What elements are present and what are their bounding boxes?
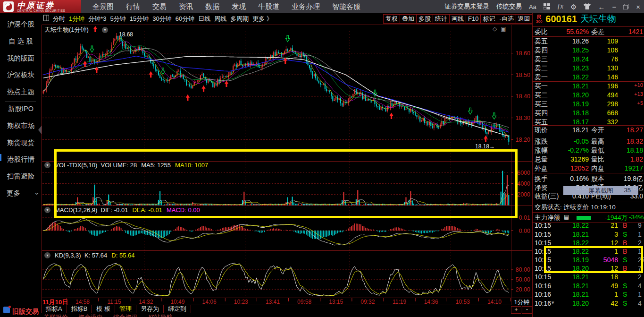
menu-item-资讯[interactable]: 资讯 xyxy=(179,2,193,11)
clipped-link-综合资讯[interactable]: 综合资讯 xyxy=(113,313,138,317)
menu-item-业务办理[interactable]: 业务办理 xyxy=(292,2,320,11)
period-60分钟[interactable]: 60分钟 xyxy=(176,15,194,23)
svg-text:6000: 6000 xyxy=(517,170,530,176)
collapse-pane-icon[interactable]: ▾ xyxy=(44,162,50,168)
bid-row: 买三18.19298+5 xyxy=(535,100,644,109)
zoom-in-button[interactable]: + xyxy=(511,306,521,314)
stat-label: 现价 xyxy=(535,126,548,135)
tick-volume: 3 xyxy=(591,231,618,238)
expand-pane-icon[interactable]: ▣ xyxy=(501,26,506,32)
period-分时[interactable]: 分时 xyxy=(53,15,65,23)
stat-row: 涨跌-0.05最高18.32 xyxy=(535,137,644,146)
menu-item-牛股道[interactable]: 牛股道 xyxy=(258,2,279,11)
clipped-link-好站导航[interactable]: 好站导航 xyxy=(148,313,173,317)
collapse-pane-icon[interactable]: ▾ xyxy=(44,207,50,213)
split-view-icon[interactable] xyxy=(43,15,49,23)
stat-value: 18.21 xyxy=(552,126,589,134)
period-15分钟[interactable]: 15分钟 xyxy=(130,15,149,23)
bid-change: +13 xyxy=(622,91,643,97)
sidebar-item-更多[interactable]: 更多⌄ xyxy=(0,188,42,198)
tick-clipped-col: 2 xyxy=(638,239,642,247)
menu-item-交易[interactable]: 交易 xyxy=(152,2,167,11)
panel-divider xyxy=(532,173,644,173)
sidebar-item-港股行情[interactable]: 港股行情 xyxy=(0,154,42,164)
sidebar-collapse-icon[interactable] xyxy=(38,126,42,134)
clipped-link-资金流向[interactable]: 资金流向 xyxy=(78,313,103,317)
tab-模板[interactable]: 模 板 xyxy=(92,305,115,313)
period-多周期[interactable]: 多周期 xyxy=(230,15,249,23)
panel-divider xyxy=(532,125,644,126)
tab-绑定到[interactable]: 绑定到 xyxy=(163,305,191,313)
tab-指标A[interactable]: 指标A xyxy=(41,305,67,313)
tool-button-叠加[interactable]: 叠加 xyxy=(400,14,417,24)
period-toolbar: 分时1分钟分钟*35分钟15分钟30分钟60分钟日线周线多周期更多 》 xyxy=(43,13,273,25)
stock-title: R300 600161 天坛生物 xyxy=(536,14,616,24)
period-周线[interactable]: 周线 xyxy=(214,15,226,23)
menu-item-全景图[interactable]: 全景图 xyxy=(92,2,114,11)
weibi-row: 委比 55.62% 委差 1421 xyxy=(535,28,644,37)
period-更多 》[interactable]: 更多 》 xyxy=(252,15,273,23)
tick-row: 10:1618.211S1 xyxy=(535,291,644,300)
collapse-pane-icon[interactable]: ▾ xyxy=(102,27,108,33)
sidebar-item-期权市场[interactable]: 期权市场 xyxy=(0,120,42,131)
bid-price: 18.17 xyxy=(556,118,589,126)
tool-button-标记[interactable]: 标记 xyxy=(480,14,497,24)
sidebar-item-扫雷避险[interactable]: 扫雷避险 xyxy=(0,171,42,181)
ask-row: 卖四18.25106 xyxy=(535,46,644,55)
panel-border xyxy=(532,13,533,317)
tool-button-画线[interactable]: 画线 xyxy=(449,14,466,24)
tick-time: 10:16 xyxy=(535,300,551,307)
brand-name-en: CENTRAL CHINA SECURITIES xyxy=(17,9,65,12)
svg-text:18.30: 18.30 xyxy=(516,115,530,121)
tick-time: 10:15 xyxy=(535,231,551,238)
legacy-trade-link[interactable]: 旧版交易 xyxy=(12,308,39,316)
sidebar-item-我的版面[interactable]: 我的版面 xyxy=(0,53,42,63)
period-分钟*3[interactable]: 分钟*3 xyxy=(88,15,106,23)
tool-button-返回[interactable]: 返回 xyxy=(516,14,533,24)
collapse-pane-icon[interactable]: ▾ xyxy=(44,252,50,258)
login-status[interactable]: 证券交易未登录 xyxy=(444,2,489,11)
tool-button-统计[interactable]: 统计 xyxy=(433,14,450,24)
zoom-out-button[interactable]: - xyxy=(522,306,532,314)
sidebar-item-期货现货[interactable]: 期货现货 xyxy=(0,137,42,148)
period-30分钟[interactable]: 30分钟 xyxy=(152,15,171,23)
sidebar-item-热点主题[interactable]: 热点主题 xyxy=(0,86,42,97)
tab-指标B[interactable]: 指标B xyxy=(67,305,92,313)
tool-button-复权[interactable]: 复权 xyxy=(383,14,400,24)
bid-price: 18.19 xyxy=(556,100,589,108)
traditional-trade-button[interactable]: 传统交易 xyxy=(496,2,522,11)
menu-item-发现[interactable]: 发现 xyxy=(232,2,246,11)
ask-price: 18.22 xyxy=(556,73,589,81)
tool-button-F10[interactable]: F10 xyxy=(466,14,481,24)
period-1分钟[interactable]: 1分钟 xyxy=(69,15,84,23)
peak-price-label: 18.68 xyxy=(119,31,133,38)
clipped-link-关联报价[interactable]: 关联报价 xyxy=(43,313,68,317)
list-icon[interactable]: ▤ xyxy=(564,214,569,220)
stat-value: 18.27 xyxy=(601,126,643,134)
bid-change: +5 xyxy=(622,100,643,106)
ask-row: 卖三18.2476 xyxy=(535,55,644,64)
screenshot-tooltip: 屏幕截图 35 xyxy=(563,186,638,195)
tool-button-多股[interactable]: 多股 xyxy=(416,14,433,24)
tab-管理[interactable]: 管理 xyxy=(115,305,136,313)
menu-item-数据[interactable]: 数据 xyxy=(205,2,219,11)
stat-value: 19.8亿 xyxy=(601,175,643,183)
ask-volume: 76 xyxy=(591,55,618,63)
diamond-marker-icon[interactable]: ◇ xyxy=(493,26,497,32)
tab-另存为[interactable]: 另存为 xyxy=(136,305,164,313)
menu-item-行情[interactable]: 行情 xyxy=(126,2,140,11)
sidebar-item-沪深个股[interactable]: 沪深个股 xyxy=(0,19,42,29)
ask-price: 18.24 xyxy=(556,55,589,63)
tick-time: 10:15 xyxy=(535,239,551,247)
sidebar-item-新股IPO[interactable]: 新股IPO xyxy=(0,103,42,114)
menu-item-智能客服[interactable]: 智能客服 xyxy=(332,2,360,11)
stat-row: 涨幅-0.27%最低18.18 xyxy=(535,146,644,155)
period-日线[interactable]: 日线 xyxy=(198,15,210,23)
period-5分钟[interactable]: 5分钟 xyxy=(110,15,126,23)
sidebar-item-自选股[interactable]: 自 选 股 xyxy=(0,36,42,46)
panel-divider xyxy=(532,36,644,37)
tick-time: 10:16 xyxy=(535,282,551,290)
tool-button--自选[interactable]: -自选 xyxy=(497,14,516,24)
sidebar-item-沪深板块[interactable]: 沪深板块 xyxy=(0,69,42,80)
legacy-trade-icon[interactable] xyxy=(3,307,10,313)
